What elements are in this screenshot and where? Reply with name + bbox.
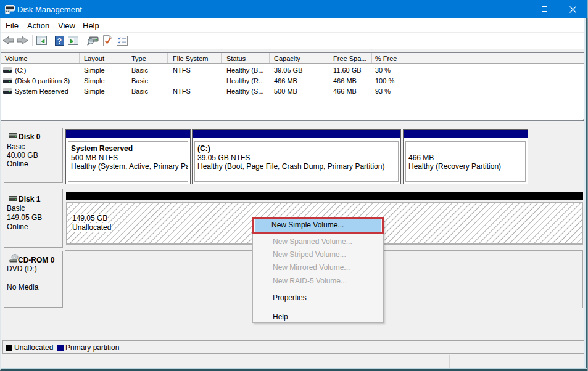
svg-text:?: ? — [57, 37, 62, 46]
